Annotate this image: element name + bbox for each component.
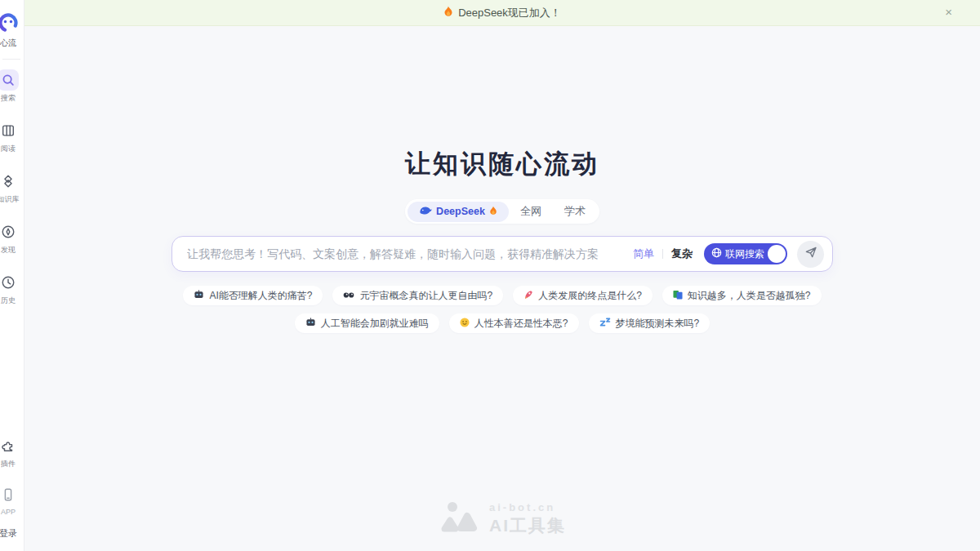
web-search-toggle[interactable]: 联网搜索 xyxy=(704,243,787,264)
iflow-logo-icon xyxy=(0,12,19,37)
chip-label: 知识越多，人类是否越孤独? xyxy=(688,289,811,303)
flame-icon xyxy=(443,6,453,20)
sidebar-item-reader[interactable]: 阅读 xyxy=(0,120,24,154)
zzz-icon xyxy=(599,318,611,329)
app-logo-label: 心流 xyxy=(0,38,16,49)
suggestion-row-1: AI能否理解人类的痛苦? 元宇宙概念真的让人更自由吗? 人类发展的终点是什么? xyxy=(24,286,980,305)
search-scope-tabs: DeepSeek 全网 学术 xyxy=(405,199,599,224)
whale-icon xyxy=(419,206,432,218)
watermark-text: ai-bot.cn AI工具集 xyxy=(489,501,566,537)
sidebar-login[interactable]: 登录 xyxy=(0,516,24,551)
suggestion-chip[interactable]: 梦境能预测未来吗? xyxy=(589,313,710,333)
mode-divider xyxy=(662,249,663,259)
suggestion-chip[interactable]: 人性本善还是性本恶? xyxy=(449,313,579,333)
sidebar-item-history[interactable]: 历史 xyxy=(0,272,24,306)
login-label: 登录 xyxy=(0,527,17,540)
chip-label: 元宇宙概念真的让人更自由吗? xyxy=(359,289,492,303)
robot-icon xyxy=(305,318,316,329)
sidebar-item-plugin[interactable]: 插件 xyxy=(0,435,24,469)
mode-simple-button[interactable]: 简单 xyxy=(633,247,654,261)
chip-label: 人类发展的终点是什么? xyxy=(538,289,642,303)
tab-label: DeepSeek xyxy=(436,206,485,217)
send-plane-icon xyxy=(804,246,817,262)
reader-icon xyxy=(0,120,19,141)
watermark-site: ai-bot.cn xyxy=(489,501,566,513)
ai-bot-logo-icon xyxy=(439,500,481,538)
plugin-puzzle-icon xyxy=(0,435,19,456)
sidebar-item-label: 阅读 xyxy=(1,144,16,154)
web-search-label: 联网搜索 xyxy=(725,247,764,261)
banner-close-icon[interactable]: × xyxy=(945,6,952,18)
announcement-banner: DeepSeek现已加入！ × xyxy=(24,0,980,26)
eyes-icon xyxy=(343,290,354,301)
suggestion-chip[interactable]: 知识越多，人类是否越孤独? xyxy=(662,286,822,305)
watermark-title: AI工具集 xyxy=(489,514,566,537)
suggestion-chip[interactable]: 元宇宙概念真的让人更自由吗? xyxy=(332,286,503,305)
sidebar-item-label: APP xyxy=(1,508,16,516)
mobile-app-icon xyxy=(0,484,19,505)
app-logo[interactable]: 心流 xyxy=(0,12,24,49)
toggle-knob xyxy=(768,245,786,263)
knowledge-base-icon xyxy=(0,171,19,192)
banner-text: DeepSeek现已加入！ xyxy=(458,6,561,20)
suggestion-row-2: 人工智能会加剧就业难吗 人性本善还是性本恶? 梦境能预测未来吗? xyxy=(24,313,980,333)
sidebar-item-app[interactable]: APP xyxy=(0,484,24,516)
search-input[interactable] xyxy=(187,247,633,260)
main-content: 让知识随心流动 DeepSeek 全网 xyxy=(24,26,980,551)
tab-academic[interactable]: 学术 xyxy=(553,202,597,222)
compass-icon xyxy=(0,221,19,242)
sidebar-item-label: 插件 xyxy=(1,459,16,469)
suggestion-chip[interactable]: AI能否理解人类的痛苦? xyxy=(183,286,323,305)
search-icon xyxy=(0,69,19,91)
tab-label: 全网 xyxy=(520,204,541,219)
tab-label: 学术 xyxy=(564,204,586,219)
sidebar-item-label: 发现 xyxy=(1,245,16,256)
chip-label: 人性本善还是性本恶? xyxy=(474,317,568,331)
face-icon xyxy=(460,318,470,330)
tab-deepseek[interactable]: DeepSeek xyxy=(408,202,509,222)
suggestion-chip[interactable]: 人工智能会加剧就业难吗 xyxy=(295,313,439,333)
sidebar-item-discover[interactable]: 发现 xyxy=(0,221,24,256)
page-title: 让知识随心流动 xyxy=(24,147,980,181)
sidebar-item-search[interactable]: 搜索 xyxy=(0,69,24,104)
sidebar-item-label: 知识库 xyxy=(0,194,20,205)
sidebar-item-label: 搜索 xyxy=(1,93,16,104)
chip-label: 梦境能预测未来吗? xyxy=(616,317,700,331)
flame-icon xyxy=(489,206,497,218)
sidebar-item-label: 历史 xyxy=(1,295,16,306)
chip-label: AI能否理解人类的痛苦? xyxy=(209,289,312,303)
send-button[interactable] xyxy=(797,241,824,268)
search-bar: 简单 复杂 联网搜索 xyxy=(172,236,833,272)
books-icon xyxy=(673,290,683,302)
watermark: ai-bot.cn AI工具集 xyxy=(24,500,980,538)
mode-complex-button[interactable]: 复杂 xyxy=(671,247,693,261)
chip-label: 人工智能会加剧就业难吗 xyxy=(321,317,429,331)
suggestion-chip[interactable]: 人类发展的终点是什么? xyxy=(513,286,653,305)
globe-icon xyxy=(711,247,722,261)
robot-icon xyxy=(194,290,204,301)
sidebar-divider xyxy=(2,59,20,60)
tab-web[interactable]: 全网 xyxy=(509,202,553,222)
rocket-icon xyxy=(523,290,533,302)
history-clock-icon xyxy=(0,272,19,293)
sidebar-item-knowledge-base[interactable]: 知识库 xyxy=(0,171,24,205)
sidebar: 心流 搜索 阅读 知识库 xyxy=(0,0,24,551)
